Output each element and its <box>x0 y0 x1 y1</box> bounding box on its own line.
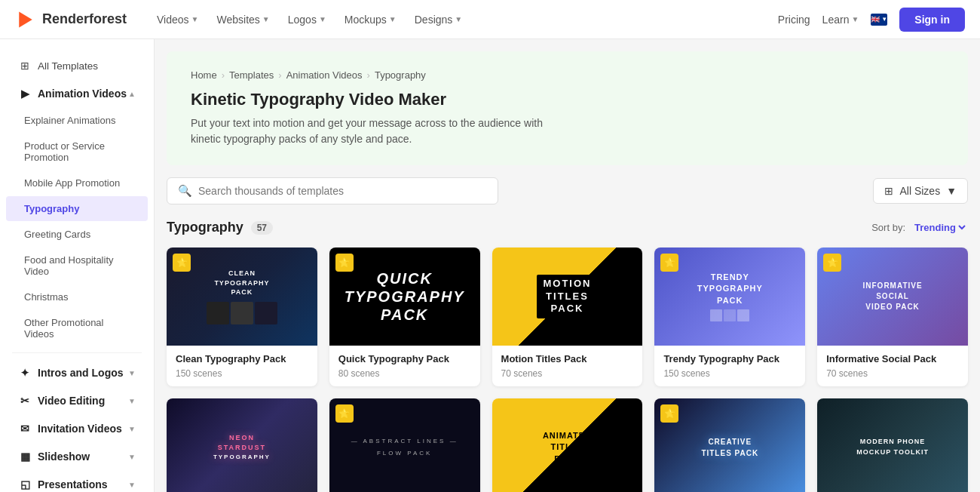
nav-logos[interactable]: Logos ▼ <box>280 9 334 30</box>
intros-chevron: ▼ <box>128 369 136 377</box>
card-info-4: Trendy Typography Pack 150 scenes <box>654 346 805 386</box>
flag-arrow: ▼ <box>881 16 887 23</box>
template-grid-row2: NEONSTARDUSTTypography Neon Stardust Typ… <box>167 398 968 492</box>
breadcrumb-home[interactable]: Home <box>191 69 217 81</box>
card-bg-3: MOTIONTITLESPACK <box>492 248 643 346</box>
sidebar: ⊞ All Templates ▶ Animation Videos ▲ Exp… <box>0 39 155 492</box>
card-scenes-2: 80 scenes <box>338 368 471 379</box>
star-badge-2: ⭐ <box>335 254 354 272</box>
section-title-row: Typography 57 <box>167 220 273 235</box>
hero-title: Kinetic Typography Video Maker <box>191 90 944 109</box>
sidebar-item-greeting-cards[interactable]: Greeting Cards <box>6 222 148 247</box>
card-scenes-1: 150 scenes <box>176 368 308 379</box>
sidebar-item-all-templates[interactable]: ⊞ All Templates <box>6 52 148 79</box>
sidebar-item-other-promotional[interactable]: Other Promotional Videos <box>6 310 148 346</box>
card-thumb-9: CreativeTitles Pack ⭐ <box>654 398 805 492</box>
sidebar-divider-1 <box>12 352 142 353</box>
breadcrumb-templates[interactable]: Templates <box>229 69 274 81</box>
star-badge-5: ⭐ <box>823 254 841 272</box>
header: Renderforest Videos ▼ Websites ▼ Logos ▼… <box>0 0 980 39</box>
breadcrumb-animation-videos[interactable]: Animation Videos <box>286 69 363 81</box>
sidebar-item-mobile-app[interactable]: Mobile App Promotion <box>6 171 148 195</box>
sidebar-item-christmas[interactable]: Christmas <box>6 284 148 309</box>
sidebar-item-product-service[interactable]: Product or Service Promotion <box>6 134 148 170</box>
search-icon: 🔍 <box>178 184 192 198</box>
pricing-link[interactable]: Pricing <box>778 14 810 26</box>
nav-websites-arrow: ▼ <box>262 15 270 23</box>
card-info-5: Informative Social Pack 70 scenes <box>817 346 968 386</box>
breadcrumb-current: Typography <box>375 69 426 81</box>
filter-chevron: ▼ <box>946 185 957 197</box>
video-editing-chevron: ▼ <box>128 397 136 405</box>
sidebar-item-animation-videos[interactable]: ▶ Animation Videos ▲ <box>6 80 148 107</box>
invitation-chevron: ▼ <box>128 425 136 433</box>
sidebar-item-invitation-videos[interactable]: ✉ Invitation Videos ▼ <box>6 415 148 442</box>
template-card-1[interactable]: CleanTypographyPack ⭐ Clean Typogra <box>167 248 317 386</box>
search-input[interactable] <box>198 185 487 197</box>
logo[interactable]: Renderforest <box>15 9 127 30</box>
star-badge-1: ⭐ <box>173 254 191 272</box>
sidebar-item-slideshow[interactable]: ▦ Slideshow ▼ <box>6 443 148 470</box>
scissors-icon: ✂ <box>18 394 32 407</box>
nav-videos[interactable]: Videos ▼ <box>149 9 206 30</box>
nav-designs[interactable]: Designs ▼ <box>407 9 470 30</box>
star-badge-9: ⭐ <box>660 404 678 423</box>
learn-arrow: ▼ <box>851 15 859 23</box>
nav-mockups[interactable]: Mockups ▼ <box>337 9 404 30</box>
card-thumb-8: AnimatedTITLESPack <box>492 398 643 492</box>
search-bar: 🔍 <box>167 177 498 204</box>
slideshow-icon: ▦ <box>18 450 32 463</box>
nav-designs-arrow: ▼ <box>455 15 462 23</box>
card-info-3: Motion Titles Pack 70 scenes <box>492 346 643 386</box>
template-card-6[interactable]: NEONSTARDUSTTypography Neon Stardust Typ… <box>167 398 317 492</box>
card-title-5: Informative Social Pack <box>826 353 959 366</box>
header-right: Pricing Learn ▼ 🇬🇧 ▼ Sign in <box>778 8 965 32</box>
card-thumb-4: TRENDYTYPOGRAPHYPACK ⭐ <box>654 248 805 346</box>
card-title-2: Quick Typography Pack <box>338 353 471 366</box>
breadcrumb: Home › Templates › Animation Videos › Ty… <box>191 69 944 81</box>
nav-mockups-arrow: ▼ <box>389 15 397 23</box>
card-thumb-3: MOTIONTITLESPACK <box>492 248 643 346</box>
template-card-7[interactable]: — Abstract Lines —Flow Pack ⭐ Abstract L… <box>329 398 480 492</box>
sidebar-item-typography[interactable]: Typography <box>6 196 148 221</box>
presentations-chevron: ▼ <box>128 481 136 489</box>
breadcrumb-sep-2: › <box>278 69 281 81</box>
template-card-9[interactable]: CreativeTitles Pack ⭐ Creative Titles Pa… <box>654 398 805 492</box>
section-title: Typography <box>167 220 243 235</box>
grid-icon: ⊞ <box>18 59 32 72</box>
card-scenes-4: 150 scenes <box>663 368 796 379</box>
sidebar-item-presentations[interactable]: ◱ Presentations ▼ <box>6 471 148 492</box>
card-thumb-5: InformativeSocialVideo Pack ⭐ <box>817 248 968 346</box>
template-card-8[interactable]: AnimatedTITLESPack Animated Titles Pack … <box>492 398 643 492</box>
template-card-2[interactable]: QUICKTYPOGRAPHYPACK ⭐ Quick Typography P… <box>329 248 480 386</box>
size-filter-button[interactable]: ⊞ All Sizes ▼ <box>873 178 968 204</box>
template-card-5[interactable]: InformativeSocialVideo Pack ⭐ Informativ… <box>817 248 968 386</box>
logo-icon <box>15 9 36 30</box>
card-thumb-10: Modern PhoneMockup Toolkit <box>817 398 968 492</box>
star-icon: ✦ <box>18 366 32 380</box>
template-card-3[interactable]: MOTIONTITLESPACK Motion Titles Pack 70 s… <box>492 248 643 386</box>
animation-videos-chevron: ▲ <box>128 90 136 98</box>
template-card-4[interactable]: TRENDYTYPOGRAPHYPACK ⭐ Trendy Typog <box>654 248 805 386</box>
sign-in-button[interactable]: Sign in <box>899 8 965 32</box>
sort-select[interactable]: Trending <box>911 221 968 234</box>
card-thumb-6: NEONSTARDUSTTypography <box>167 398 317 492</box>
sidebar-item-intros-logos[interactable]: ✦ Intros and Logos ▼ <box>6 359 148 386</box>
sidebar-item-explainer[interactable]: Explainer Animations <box>6 108 148 133</box>
nav-websites[interactable]: Websites ▼ <box>210 9 277 30</box>
content-area: 🔍 ⊞ All Sizes ▼ Typography 57 Sort by: <box>155 165 980 492</box>
hero-section: Home › Templates › Animation Videos › Ty… <box>167 51 968 165</box>
section-header: Typography 57 Sort by: Trending <box>167 220 968 235</box>
learn-link[interactable]: Learn ▼ <box>822 14 859 26</box>
nav-logos-arrow: ▼ <box>319 15 326 23</box>
presentation-icon: ◱ <box>18 478 32 491</box>
sidebar-item-video-editing[interactable]: ✂ Video Editing ▼ <box>6 387 148 414</box>
breadcrumb-sep-1: › <box>222 69 225 81</box>
logo-text: Renderforest <box>42 11 127 27</box>
card-thumb-7: — Abstract Lines —Flow Pack ⭐ <box>329 398 480 492</box>
template-card-10[interactable]: Modern PhoneMockup Toolkit Modern Phone … <box>817 398 968 492</box>
language-selector[interactable]: 🇬🇧 ▼ <box>871 14 887 26</box>
sidebar-item-food-hospitality[interactable]: Food and Hospitality Video <box>6 248 148 284</box>
sort-row: Sort by: Trending <box>871 221 968 234</box>
card-thumb-1: CleanTypographyPack ⭐ <box>167 248 317 346</box>
